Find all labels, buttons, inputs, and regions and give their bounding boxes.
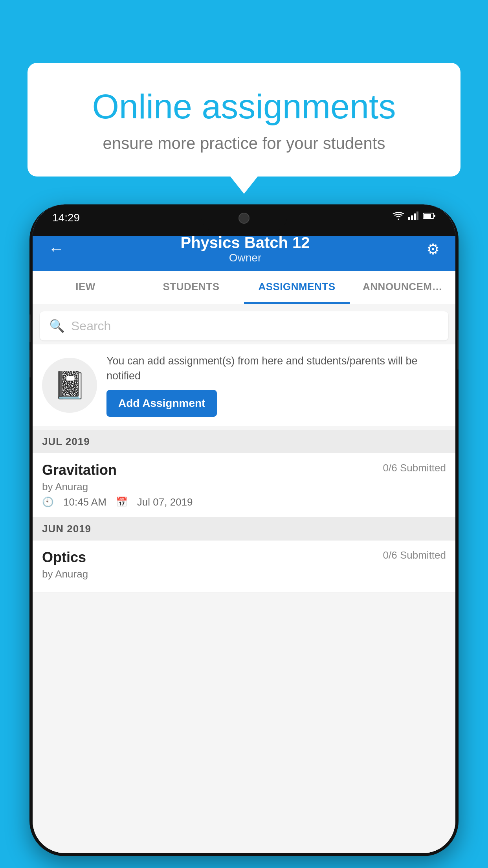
assignment-by: by Anurag (42, 481, 446, 493)
section-header-jun2019: JUN 2019 (33, 517, 455, 541)
status-time: 14:29 (52, 211, 80, 224)
add-assignment-button[interactable]: Add Assignment (106, 390, 217, 417)
batch-owner-label: Owner (180, 252, 310, 264)
svg-rect-2 (414, 213, 416, 220)
assignment-item-header: Gravitation 0/6 Submitted (42, 462, 446, 478)
promo-subtitle: ensure more practice for your students (55, 134, 433, 153)
svg-rect-6 (424, 214, 431, 218)
add-assignment-card: 📓 You can add assignment(s) from here an… (33, 344, 455, 426)
assignment-time: 10:45 AM (63, 496, 106, 508)
vol-up-button[interactable] (29, 314, 31, 342)
assignment-item-gravitation[interactable]: Gravitation 0/6 Submitted by Anurag 🕙 10… (33, 453, 455, 517)
assignment-name-optics: Optics (42, 549, 86, 566)
assignment-text-col: You can add assignment(s) from here and … (106, 354, 446, 417)
assignment-submitted: 0/6 Submitted (383, 462, 446, 474)
status-bar: 14:29 (33, 204, 455, 236)
svg-rect-1 (411, 215, 413, 220)
assignment-item-optics[interactable]: Optics 0/6 Submitted by Anurag (33, 541, 455, 592)
tab-announcements[interactable]: ANNOUNCEM… (350, 271, 455, 304)
tab-assignments[interactable]: ASSIGNMENTS (244, 271, 350, 304)
batch-title: Physics Batch 12 (180, 234, 310, 252)
vol-down-button[interactable] (29, 350, 31, 377)
clock-icon: 🕙 (42, 497, 54, 508)
assignment-submitted-optics: 0/6 Submitted (383, 549, 446, 561)
assignment-date: Jul 07, 2019 (137, 496, 193, 508)
wifi-icon (393, 211, 404, 220)
header-title-block: Physics Batch 12 Owner (180, 234, 310, 264)
back-button[interactable]: ← (48, 240, 64, 258)
assignment-name: Gravitation (42, 462, 117, 478)
search-bar[interactable]: 🔍 Search (40, 311, 448, 340)
assignment-by-optics: by Anurag (42, 568, 446, 580)
svg-rect-0 (408, 217, 410, 220)
svg-rect-5 (434, 215, 435, 217)
signal-icon (408, 211, 419, 220)
assignment-icon-circle: 📓 (42, 358, 97, 413)
search-icon: 🔍 (49, 318, 65, 333)
tab-students[interactable]: STUDENTS (138, 271, 244, 304)
svg-rect-3 (416, 211, 418, 220)
screen-content: 🔍 Search 📓 You can add assignment(s) fro… (33, 304, 455, 853)
calendar-icon: 📅 (116, 497, 128, 508)
power-button[interactable] (457, 330, 459, 370)
tabs-bar: IEW STUDENTS ASSIGNMENTS ANNOUNCEM… (33, 271, 455, 304)
battery-icon (423, 212, 436, 220)
assignment-item-header-optics: Optics 0/6 Submitted (42, 549, 446, 566)
settings-button[interactable]: ⚙ (426, 241, 440, 258)
search-placeholder: Search (71, 319, 111, 333)
phone-frame: 14:29 (29, 204, 459, 856)
assignment-meta: 🕙 10:45 AM 📅 Jul 07, 2019 (42, 496, 446, 508)
promo-card: Online assignments ensure more practice … (28, 63, 460, 177)
status-icons (393, 211, 436, 220)
notch (201, 204, 287, 232)
phone-screen: 14:29 (33, 204, 455, 853)
promo-title: Online assignments (55, 86, 433, 126)
tab-overview[interactable]: IEW (33, 271, 138, 304)
section-header-jul2019: JUL 2019 (33, 430, 455, 453)
notebook-icon: 📓 (53, 370, 86, 401)
camera (238, 213, 250, 224)
assignment-description: You can add assignment(s) from here and … (106, 354, 446, 384)
